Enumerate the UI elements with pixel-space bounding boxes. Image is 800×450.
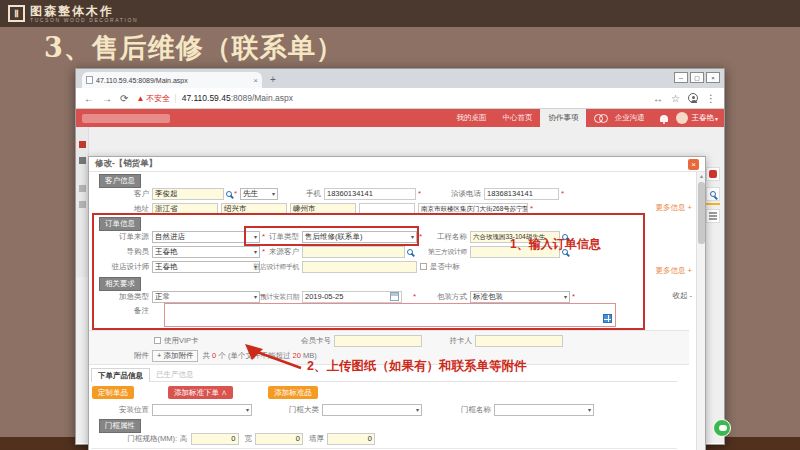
- close-window-button[interactable]: ×: [706, 72, 720, 83]
- search-icon[interactable]: [706, 187, 720, 201]
- add-standard-order-button[interactable]: 添加标准下单 ∧: [168, 386, 233, 399]
- user-menu-caret-icon: [715, 115, 718, 122]
- width-input[interactable]: 0: [255, 433, 303, 445]
- more-info-link[interactable]: 更多信息 +: [656, 203, 692, 213]
- grid-menu-icon[interactable]: [706, 209, 720, 223]
- brand-subtitle: TUCSON WOOD DECORATION: [30, 17, 138, 23]
- forward-icon[interactable]: →: [102, 93, 112, 104]
- from-customer-search-icon[interactable]: [407, 249, 413, 255]
- tab-produced-info[interactable]: 已生产信息: [150, 368, 200, 382]
- use-vip-checkbox[interactable]: [154, 337, 161, 344]
- use-vip-field: 使用VIP卡: [154, 333, 199, 348]
- nav-collaboration[interactable]: 协作事项: [540, 109, 586, 127]
- scrollbar-thumb[interactable]: [698, 182, 705, 244]
- left-menu-item-icon[interactable]: [79, 185, 86, 192]
- annotation-note-1: 1、输入订单信息: [510, 236, 601, 253]
- chrome-profile-icon[interactable]: [688, 93, 698, 103]
- city-input[interactable]: 绍兴市: [221, 203, 287, 215]
- dialog-close-icon[interactable]: [688, 159, 699, 170]
- designer-select[interactable]: 王春艳: [152, 261, 260, 273]
- left-menu-item-icon[interactable]: [79, 157, 86, 164]
- designer-mobile-input[interactable]: [302, 261, 417, 273]
- wall-thickness-label: 墙厚: [309, 434, 324, 444]
- install-date-input[interactable]: 2019-05-25: [302, 291, 402, 303]
- add-attachment-button[interactable]: + 添加附件: [152, 350, 198, 362]
- tab-close-icon[interactable]: [253, 76, 258, 85]
- from-customer-input[interactable]: [302, 246, 405, 258]
- collapse-link[interactable]: 收起 -: [672, 291, 692, 301]
- remark-editor-icon[interactable]: [603, 314, 612, 323]
- not-secure-label[interactable]: 不安全: [146, 93, 170, 104]
- tab-order-products[interactable]: 下单产品信息: [91, 368, 150, 382]
- nav-center-home[interactable]: 中心首页: [494, 113, 540, 123]
- card-no-input[interactable]: [334, 335, 422, 347]
- bid-checkbox[interactable]: [420, 263, 427, 270]
- customer-search-icon[interactable]: [226, 191, 232, 197]
- annotation-arrow: [239, 340, 309, 372]
- order-type-field: 订单类型 售后维修(联系单): [249, 229, 422, 244]
- tab-title: 47.110.59.45:8089/Main.aspx: [96, 77, 250, 84]
- attach-text-part: 共: [202, 351, 210, 360]
- remark-textarea[interactable]: [164, 303, 616, 327]
- package-select[interactable]: 标准包装: [470, 291, 570, 303]
- new-tab-button[interactable]: [270, 72, 276, 88]
- divider: [91, 448, 677, 449]
- frame-name-select[interactable]: [494, 404, 594, 416]
- vip-row: 使用VIP卡 会员卡号 持卡人: [99, 333, 687, 348]
- browser-tab[interactable]: 47.110.59.45:8089/Main.aspx: [82, 72, 262, 88]
- scroll-up-icon[interactable]: [698, 173, 705, 180]
- district-input[interactable]: 嵊州市: [290, 203, 356, 215]
- dialog-scrollbar[interactable]: [696, 172, 705, 450]
- nav-enterprise-im[interactable]: 企业沟通: [606, 113, 652, 123]
- url-path[interactable]: :8089/Main.aspx: [231, 93, 293, 103]
- notification-bell-icon[interactable]: [660, 115, 668, 122]
- more-info-link[interactable]: 更多信息 +: [656, 266, 692, 276]
- slide: 图森整体木作 TUCSON WOOD DECORATION 3、售后维修（联系单…: [0, 0, 800, 450]
- left-menu-item-icon[interactable]: [79, 201, 86, 208]
- calendar-icon[interactable]: [390, 292, 399, 301]
- customer-service-float-icon[interactable]: [713, 419, 731, 437]
- urgent-field: 加急类型 正常: [99, 289, 265, 304]
- urgent-select[interactable]: 正常: [152, 291, 260, 303]
- maximize-button[interactable]: ▢: [690, 72, 704, 83]
- phone-field: 洽谈电话 18368134141: [429, 186, 564, 201]
- card-holder-input[interactable]: [475, 335, 563, 347]
- remark-row: 备注: [99, 303, 687, 329]
- right-tool-strip: [706, 167, 722, 229]
- nav-my-desktop[interactable]: 我的桌面: [448, 113, 494, 123]
- province-input[interactable]: 浙江省: [152, 203, 218, 215]
- customer-input[interactable]: 李俊超: [152, 188, 224, 200]
- frame-category-select[interactable]: [322, 404, 422, 416]
- pinwheel-icon[interactable]: [706, 167, 720, 181]
- street-input[interactable]: [359, 203, 415, 215]
- order-source-select[interactable]: 自然进店: [152, 231, 260, 243]
- bookmark-star-icon[interactable]: ☆: [671, 93, 680, 104]
- designer-field: 驻店设计师 王春艳: [99, 259, 260, 274]
- url-host[interactable]: 47.110.59.45: [182, 93, 231, 103]
- minimize-button[interactable]: ─: [674, 72, 688, 83]
- order-source-field: 订单来源 自然进店: [99, 229, 265, 244]
- custom-item-button[interactable]: 定制单品: [92, 386, 134, 399]
- back-icon[interactable]: ←: [84, 93, 94, 104]
- guide-select[interactable]: 王春艳: [152, 246, 260, 258]
- user-avatar[interactable]: [676, 112, 688, 124]
- not-secure-icon: [136, 94, 144, 103]
- wall-thickness-input[interactable]: 0: [327, 433, 375, 445]
- height-input[interactable]: 0: [191, 433, 239, 445]
- from-customer-label: 来源客户: [249, 247, 299, 257]
- order-type-select[interactable]: 售后维修(联系单): [302, 231, 417, 243]
- brand-title: 图森整体木作: [30, 5, 138, 17]
- customer-field: 客户 李俊超 先生: [99, 186, 278, 201]
- user-name[interactable]: 王春艳: [691, 113, 714, 123]
- chrome-menu-icon[interactable]: ⋮: [706, 93, 716, 104]
- send-to-device-icon[interactable]: ↔: [653, 93, 663, 104]
- install-position-select[interactable]: [152, 404, 252, 416]
- address-detail-input[interactable]: 南京市鼓楼区集庆门大街268号苏宁慧谷E07-2-12: [418, 203, 528, 215]
- install-date-field: 预计安装日期 2019-05-25: [249, 289, 416, 304]
- reload-icon[interactable]: ⟳: [120, 93, 128, 104]
- phone-input[interactable]: 18368134141: [484, 188, 559, 200]
- mobile-input[interactable]: 18360134141: [324, 188, 416, 200]
- add-standard-item-button[interactable]: 添加标准品: [268, 386, 318, 399]
- left-menu-logo-icon[interactable]: [79, 141, 86, 148]
- web-page: 我的桌面 中心首页 协作事项 企业沟通 王春艳: [76, 109, 724, 443]
